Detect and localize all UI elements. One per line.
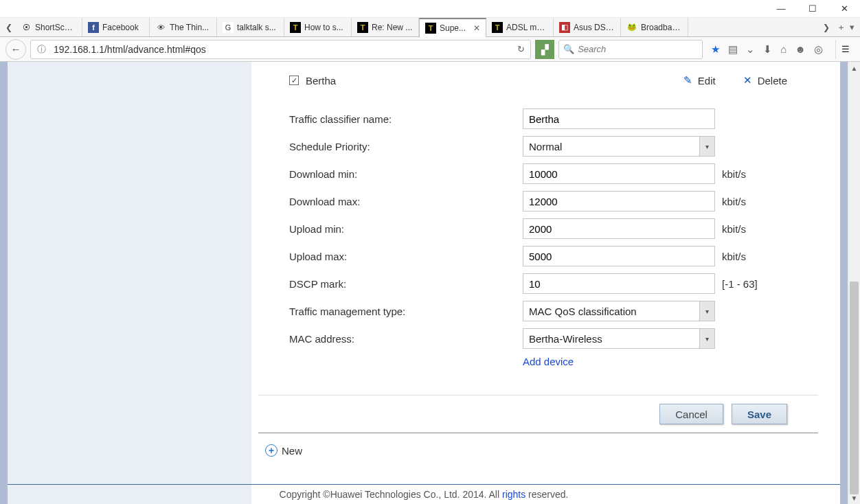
input-dscp[interactable]: [523, 273, 715, 294]
label-mgmt: Traffic management type:: [289, 306, 523, 317]
select-mac[interactable]: Bertha-Wireless ▾: [523, 328, 715, 349]
edit-icon: ✎: [683, 74, 692, 87]
sync-icon[interactable]: ◎: [814, 43, 823, 56]
input-ul-min[interactable]: [523, 218, 715, 239]
select-mgmt[interactable]: MAC QoS classification ▾: [523, 301, 715, 321]
site-info-icon[interactable]: ⓘ: [33, 41, 49, 58]
window-titlebar: — ☐ ✕: [0, 0, 860, 18]
input-dl-max[interactable]: [523, 191, 715, 211]
label-mac: MAC address:: [289, 333, 523, 345]
tab-shortscale[interactable]: ⦿ ShortScal...: [15, 18, 82, 36]
browser-toolbar: ← ⓘ ↻ ▞ 🔍 ★ ▤ ⌄ ⬇ ⌂ ☻ ◎ ☰: [0, 37, 860, 62]
delete-button[interactable]: ✕ Delete: [743, 74, 787, 87]
tab-super-active[interactable]: T Supe... ✕: [419, 18, 486, 37]
window-minimize-button[interactable]: —: [765, 0, 797, 18]
favicon-t-icon: T: [357, 22, 368, 33]
footer-suffix: reserved.: [525, 489, 568, 500]
new-label: New: [282, 445, 302, 457]
input-dl-min[interactable]: [523, 163, 715, 184]
label-dl-max: Download max:: [289, 196, 523, 207]
scroll-up-icon[interactable]: ▲: [848, 62, 860, 74]
tab-asus[interactable]: ◧ Asus DSL...: [554, 18, 621, 36]
page-footer: Copyright ©Huawei Technologies Co., Ltd.…: [8, 484, 840, 504]
scroll-down-icon[interactable]: ▼: [848, 492, 860, 504]
label-ul-min: Upload min:: [289, 223, 523, 235]
input-ul-max[interactable]: [523, 246, 715, 266]
suffix-kbits: kbit/s: [722, 196, 746, 207]
reload-icon[interactable]: ↻: [511, 44, 530, 54]
suffix-dscp: [-1 - 63]: [722, 278, 758, 290]
select-mgmt-value: MAC QoS classification: [529, 306, 637, 317]
back-button[interactable]: ←: [5, 39, 26, 60]
label-ul-max: Upload max:: [289, 251, 523, 262]
search-bar[interactable]: 🔍: [558, 40, 703, 59]
tab-adsl[interactable]: T ADSL mo...: [486, 18, 554, 36]
favicon-asus-icon: ◧: [559, 22, 570, 33]
new-tab-button[interactable]: ＋: [837, 21, 846, 34]
window-maximize-button[interactable]: ☐: [797, 0, 828, 18]
label-priority: Schedule Priority:: [289, 141, 523, 152]
tab-howto[interactable]: T How to s...: [284, 18, 352, 36]
page-viewport: ✓ Bertha ✎ Edit ✕ Delete: [0, 62, 860, 504]
save-button[interactable]: Save: [732, 404, 787, 424]
favicon-t-icon: T: [425, 23, 436, 34]
new-rule-button[interactable]: + New: [265, 444, 302, 457]
edit-label: Edit: [698, 75, 716, 87]
site-identity-badge[interactable]: ▞: [535, 40, 554, 59]
tab-dropdown-icon[interactable]: ▾: [850, 22, 855, 32]
suffix-kbits: kbit/s: [722, 168, 746, 180]
rule-checkbox[interactable]: ✓: [289, 76, 299, 85]
vertical-scrollbar[interactable]: ▲ ▼: [848, 62, 860, 504]
search-input[interactable]: [578, 44, 698, 54]
tab-label: Asus DSL...: [574, 23, 615, 32]
tab-label: Facebook: [102, 23, 139, 32]
rule-form: Traffic classifier name: Schedule Priori…: [258, 95, 818, 381]
pocket-icon[interactable]: ⌄: [746, 43, 755, 56]
favicon-google-icon: G: [223, 22, 234, 33]
select-mac-value: Bertha-Wireless: [529, 333, 602, 345]
label-dl-min: Download min:: [289, 168, 523, 180]
favicon-frog-icon: 🐸: [626, 22, 637, 33]
suffix-kbits: kbit/s: [722, 223, 746, 235]
tab-broadband[interactable]: 🐸 Broadban...: [621, 18, 688, 36]
tab-facebook[interactable]: f Facebook: [82, 18, 150, 36]
tab-renew[interactable]: T Re: New ...: [352, 18, 419, 36]
tab-scroll-right-icon[interactable]: ❯: [820, 23, 833, 32]
menu-button[interactable]: ☰: [835, 40, 855, 59]
favicon-facebook-icon: f: [88, 22, 99, 33]
footer-prefix: Copyright ©Huawei Technologies Co., Ltd.…: [280, 489, 502, 500]
tab-label: ADSL mo...: [506, 23, 547, 32]
chevron-down-icon: ▾: [699, 329, 714, 348]
delete-label: Delete: [758, 75, 787, 87]
url-input[interactable]: [49, 44, 511, 55]
library-icon[interactable]: ▤: [728, 43, 738, 56]
downloads-icon[interactable]: ⬇: [763, 43, 772, 56]
chevron-down-icon: ▾: [699, 301, 714, 321]
form-footer: Cancel Save: [258, 395, 818, 433]
edit-button[interactable]: ✎ Edit: [683, 74, 716, 87]
tab-close-icon[interactable]: ✕: [473, 23, 480, 33]
cancel-button[interactable]: Cancel: [659, 404, 723, 424]
select-priority[interactable]: Normal ▾: [523, 136, 715, 157]
chevron-down-icon: ▾: [699, 137, 714, 156]
add-device-link[interactable]: Add device: [523, 356, 574, 367]
scrollbar-thumb[interactable]: [850, 282, 859, 494]
tab-talktalk[interactable]: G talktalk s...: [217, 18, 284, 36]
bookmark-star-icon[interactable]: ★: [711, 43, 720, 56]
favicon-t-icon: T: [290, 22, 301, 33]
tab-label: talktalk s...: [237, 23, 276, 32]
home-icon[interactable]: ⌂: [780, 43, 787, 55]
tab-label: ShortScal...: [35, 23, 76, 32]
url-bar[interactable]: ⓘ ↻: [30, 40, 531, 59]
chat-icon[interactable]: ☻: [795, 43, 806, 55]
tab-label: Supe...: [440, 23, 466, 33]
rule-title: Bertha: [306, 75, 336, 87]
footer-rights-link[interactable]: rights: [502, 489, 525, 500]
browser-tabstrip: ❮ ⦿ ShortScal... f Facebook 👁 The Thin..…: [0, 18, 860, 37]
tab-label: Broadban...: [641, 23, 682, 32]
input-classifier[interactable]: [523, 108, 715, 129]
window-close-button[interactable]: ✕: [828, 0, 860, 18]
tab-scroll-left-icon[interactable]: ❮: [3, 18, 15, 36]
tab-thinkbroadband[interactable]: 👁 The Thin...: [150, 18, 217, 36]
search-icon: 🔍: [563, 44, 574, 54]
